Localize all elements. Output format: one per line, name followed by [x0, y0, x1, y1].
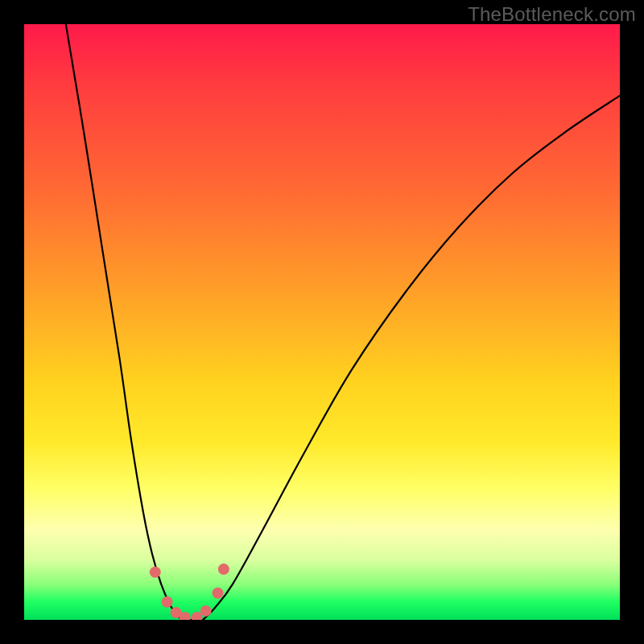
curve-marker: [162, 597, 173, 608]
curve-marker: [200, 605, 212, 617]
plot-area: [24, 24, 620, 620]
curve-marker: [213, 588, 224, 599]
bottleneck-curve-left: [66, 24, 182, 620]
chart-frame: TheBottleneck.com: [0, 0, 644, 644]
watermark-text: TheBottleneck.com: [468, 3, 636, 26]
curve-marker: [218, 564, 229, 575]
bottleneck-curve-right: [203, 96, 620, 620]
curve-markers: [150, 564, 229, 620]
curve-layer: [24, 24, 620, 620]
curve-marker: [150, 567, 161, 578]
